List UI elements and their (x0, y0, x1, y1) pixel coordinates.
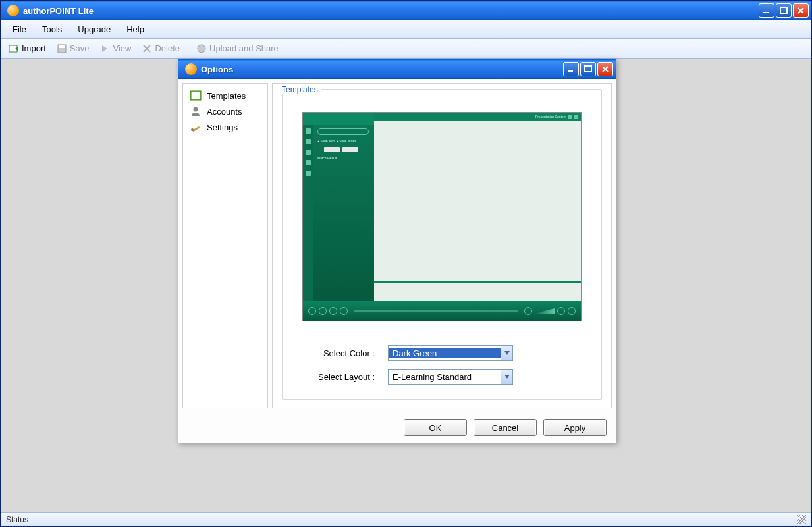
svg-rect-7 (585, 66, 591, 72)
dialog-minimize-button[interactable] (563, 62, 579, 76)
color-combobox[interactable]: Dark Green (388, 345, 513, 361)
app-icon (7, 5, 19, 16)
color-value: Dark Green (389, 348, 501, 358)
layout-combobox[interactable]: E-Learning Standard (388, 369, 513, 385)
svg-rect-1 (780, 7, 787, 13)
main-area: Options Templates Accounts (1, 59, 811, 512)
save-button: Save (51, 42, 95, 55)
menu-tools[interactable]: Tools (34, 22, 70, 36)
chevron-down-icon (501, 370, 512, 384)
layout-value: E-Learning Standard (389, 372, 501, 382)
svg-rect-6 (568, 70, 573, 72)
dialog-sidebar: Templates Accounts Settings (182, 83, 268, 408)
apply-button[interactable]: Apply (543, 419, 607, 436)
statusbar: Status (1, 512, 811, 526)
accounts-icon (190, 106, 202, 117)
resize-grip[interactable] (797, 515, 806, 524)
svg-point-5 (198, 45, 205, 53)
menu-upgrade[interactable]: Upgrade (70, 22, 119, 36)
app-title: authorPOINT Lite (23, 6, 94, 16)
ok-button[interactable]: OK (404, 419, 467, 436)
close-button[interactable] (793, 3, 809, 18)
delete-icon (142, 43, 152, 54)
play-icon (99, 43, 110, 54)
minimize-button[interactable] (759, 3, 774, 18)
dialog-maximize-button[interactable] (580, 62, 596, 76)
layout-label: Select Layout : (296, 372, 388, 382)
toolbar: Import Save View Delete Upload and Share (1, 39, 811, 59)
dialog-titlebar: Options (178, 59, 616, 79)
svg-point-10 (194, 107, 198, 112)
layout-row: Select Layout : E-Learning Standard (296, 369, 588, 385)
maximize-button[interactable] (776, 3, 792, 18)
view-button: View (94, 42, 136, 55)
svg-rect-4 (59, 45, 65, 48)
options-dialog: Options Templates Accounts (178, 59, 616, 443)
menu-help[interactable]: Help (119, 22, 152, 36)
globe-icon (196, 43, 207, 54)
color-row: Select Color : Dark Green (296, 345, 588, 361)
dialog-content-inner: ● Slide Text ● Slide Notes Match Result … (282, 89, 602, 400)
save-icon (57, 43, 67, 54)
delete-label: Delete (155, 43, 180, 53)
cancel-button[interactable]: Cancel (474, 419, 537, 436)
delete-button: Delete (136, 42, 185, 55)
dialog-icon (185, 63, 197, 75)
menubar: File Tools Upgrade Help (1, 20, 811, 39)
dialog-button-row: OK Cancel Apply (178, 412, 616, 443)
svg-rect-0 (763, 12, 769, 13)
color-label: Select Color : (296, 348, 388, 358)
dialog-title: Options (201, 65, 233, 74)
upload-button: Upload and Share (191, 42, 284, 55)
svg-rect-9 (192, 92, 200, 99)
settings-icon (190, 122, 202, 132)
svg-point-12 (191, 128, 194, 131)
dialog-body: Templates Accounts Settings Templates (178, 79, 616, 412)
menu-file[interactable]: File (5, 22, 34, 36)
toolbar-separator (188, 42, 188, 55)
sidebar-templates-label: Templates (207, 91, 246, 101)
section-title: Templates (279, 85, 321, 94)
dialog-content: Templates ● Slide Text ● Slide Notes Mat… (272, 83, 612, 408)
import-icon (9, 43, 19, 54)
templates-icon (190, 90, 202, 101)
main-titlebar: authorPOINT Lite (1, 1, 811, 20)
main-window: authorPOINT Lite File Tools Upgrade Help… (0, 0, 812, 527)
sidebar-item-settings[interactable]: Settings (183, 119, 267, 135)
dialog-close-button[interactable] (597, 62, 613, 76)
status-text: Status (6, 515, 28, 524)
import-label: Import (22, 43, 46, 53)
sidebar-item-accounts[interactable]: Accounts (183, 103, 267, 119)
sidebar-accounts-label: Accounts (207, 107, 242, 117)
sidebar-item-templates[interactable]: Templates (183, 88, 267, 103)
upload-label: Upload and Share (209, 43, 279, 53)
save-label: Save (70, 43, 90, 53)
view-label: View (113, 43, 131, 53)
chevron-down-icon (501, 346, 512, 360)
sidebar-settings-label: Settings (207, 123, 238, 132)
import-button[interactable]: Import (3, 42, 51, 55)
template-preview: ● Slide Text ● Slide Notes Match Result … (302, 112, 582, 321)
